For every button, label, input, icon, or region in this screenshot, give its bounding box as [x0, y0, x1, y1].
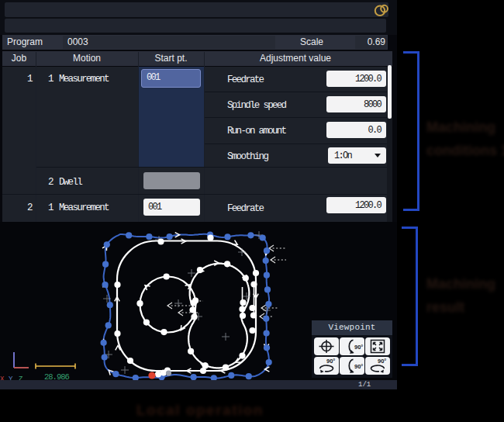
- svg-text:90°: 90°: [354, 344, 363, 351]
- svg-text:90°: 90°: [378, 358, 386, 365]
- svg-text:90°: 90°: [354, 363, 363, 370]
- svg-text:90°: 90°: [326, 358, 335, 365]
